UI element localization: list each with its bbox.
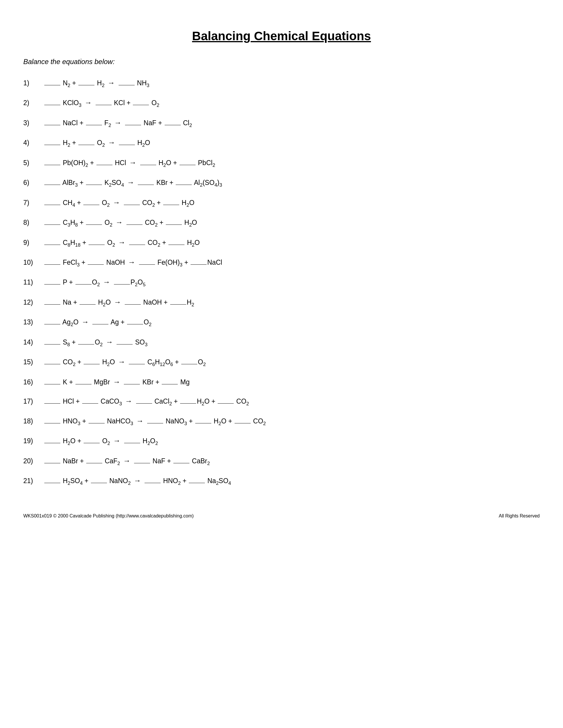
equation-number: 1) [23,78,44,88]
equation-content: S8 + O2 → SO3 [44,337,540,348]
footer-left: WKS001x019 © 2000 Cavalcade Publishing (… [23,513,194,519]
equation-row: 14) S8 + O2 → SO3 [23,337,540,348]
equation-content: AlBr3 + K2SO4 → KBr + Al2(SO4)3 [44,177,540,189]
equation-content: P + O2 → P2O5 [44,277,540,288]
equation-content: CH4 + O2 → CO2 + H2O [44,197,540,209]
equation-row: 21) H2SO4 + NaNO2 → HNO2 + Na2SO4 [23,475,540,487]
footer-right: All Rights Reserved [499,513,540,519]
equation-content: Ag2O → Ag + O2 [44,317,540,328]
equation-content: KClO3 → KCl + O2 [44,97,540,109]
equation-number: 16) [23,377,44,387]
equation-content: H2SO4 + NaNO2 → HNO2 + Na2SO4 [44,475,540,487]
equation-number: 5) [23,158,44,168]
equation-row: 20) NaBr + CaF2 → NaF + CaBr2 [23,455,540,467]
equation-row: 3) NaCl + F2 → NaF + Cl2 [23,117,540,129]
page-title: Balancing Chemical Equations [23,29,540,43]
equation-number: 15) [23,357,44,367]
equation-number: 9) [23,238,44,248]
equation-number: 14) [23,337,44,347]
equation-row: 18) HNO3 + NaHCO3 → NaNO3 + H2O + CO2 [23,416,540,427]
equation-number: 21) [23,476,44,486]
equation-number: 2) [23,98,44,108]
equation-content: FeCl3 + NaOH → Fe(OH)3 + NaCl [44,257,540,268]
equation-row: 13) Ag2O → Ag + O2 [23,317,540,328]
equation-content: K + MgBr → KBr + Mg [44,377,540,388]
equation-row: 1) N2 + H2 → NH3 [23,77,540,89]
equation-row: 19) H2O + O2 → H2O2 [23,435,540,447]
equation-content: CO2 + H2O → C6H12O6 + O2 [44,356,540,368]
equation-row: 6) AlBr3 + K2SO4 → KBr + Al2(SO4)3 [23,177,540,189]
equation-row: 5) Pb(OH)2 + HCl → H2O + PbCl2 [23,157,540,169]
equation-row: 11) P + O2 → P2O5 [23,277,540,288]
equation-number: 11) [23,277,44,287]
equation-number: 17) [23,396,44,407]
equation-number: 20) [23,456,44,466]
equation-number: 4) [23,138,44,148]
equation-row: 2) KClO3 → KCl + O2 [23,97,540,109]
equation-content: H2O + O2 → H2O2 [44,435,540,447]
equation-row: 9) C8H18 + O2 → CO2 + H2O [23,237,540,249]
equation-content: Na + H2O → NaOH + H2 [44,297,540,308]
equation-content: H2 + O2 → H2O [44,137,540,149]
equation-row: 8) C3H8 + O2 → CO2 + H2O [23,217,540,229]
equation-content: Pb(OH)2 + HCl → H2O + PbCl2 [44,157,540,169]
equation-content: NaCl + F2 → NaF + Cl2 [44,117,540,129]
equation-content: N2 + H2 → NH3 [44,77,540,89]
instructions: Balance the equations below: [23,58,540,66]
equation-content: HNO3 + NaHCO3 → NaNO3 + H2O + CO2 [44,416,540,427]
equation-row: 10) FeCl3 + NaOH → Fe(OH)3 + NaCl [23,257,540,268]
equation-number: 10) [23,257,44,268]
footer: WKS001x019 © 2000 Cavalcade Publishing (… [23,510,540,519]
equation-row: 15) CO2 + H2O → C6H12O6 + O2 [23,356,540,368]
equation-number: 3) [23,118,44,128]
equation-number: 7) [23,198,44,208]
equation-row: 12) Na + H2O → NaOH + H2 [23,297,540,308]
equation-row: 17) HCl + CaCO3 → CaCl2 + H2O + CO2 [23,396,540,407]
equation-number: 18) [23,416,44,426]
equation-row: 7) CH4 + O2 → CO2 + H2O [23,197,540,209]
equations-list: 1) N2 + H2 → NH32) KClO3 → KCl + O23) Na… [23,77,540,487]
equation-content: HCl + CaCO3 → CaCl2 + H2O + CO2 [44,396,540,407]
equation-content: C3H8 + O2 → CO2 + H2O [44,217,540,229]
equation-number: 19) [23,436,44,446]
equation-number: 13) [23,317,44,327]
equation-number: 6) [23,178,44,188]
equation-content: C8H18 + O2 → CO2 + H2O [44,237,540,249]
equation-number: 8) [23,218,44,228]
equation-content: NaBr + CaF2 → NaF + CaBr2 [44,455,540,467]
equation-number: 12) [23,297,44,308]
equation-row: 4) H2 + O2 → H2O [23,137,540,149]
equation-row: 16) K + MgBr → KBr + Mg [23,377,540,388]
